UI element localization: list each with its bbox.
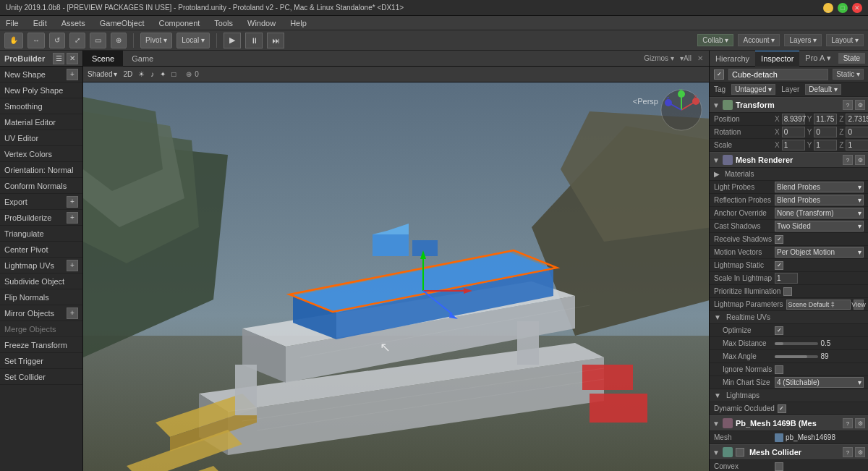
all-btn[interactable]: ▾All <box>680 54 692 62</box>
dynamic-occluded-checkbox[interactable] <box>778 404 786 413</box>
mesh-renderer-settings-btn[interactable]: ⚙ <box>855 155 865 165</box>
2d-toggle[interactable]: 2D <box>123 70 132 78</box>
pb-probuilderize-add[interactable]: + <box>67 212 78 224</box>
pb-new-shape-add[interactable]: + <box>67 69 78 80</box>
pause-button[interactable]: ⏸ <box>245 33 263 48</box>
menu-tools[interactable]: Tools <box>211 17 236 29</box>
menu-help[interactable]: Help <box>287 17 310 29</box>
pb-item-conform-normals[interactable]: Conform Normals <box>0 178 82 194</box>
rot-x[interactable]: 0 <box>782 127 805 137</box>
pb-item-probuilderize[interactable]: ProBuilderize + <box>0 210 82 226</box>
reflection-probes-dropdown[interactable]: Blend Probes ▾ <box>775 195 864 205</box>
rot-z[interactable]: 0 <box>846 127 868 137</box>
tab-inspector[interactable]: Inspector <box>755 51 799 67</box>
tab-hierarchy[interactable]: Hierarchy <box>710 51 755 67</box>
prioritize-illum-checkbox[interactable] <box>783 287 792 296</box>
convex-checkbox[interactable] <box>775 462 783 471</box>
scale-y[interactable]: 1 <box>814 140 837 150</box>
tab-scene[interactable]: Scene <box>83 51 123 67</box>
next-button[interactable]: ⏭ <box>267 33 284 48</box>
nav-gizmo[interactable]: X Y Z <box>660 88 703 133</box>
light-probes-dropdown[interactable]: Blend Probes ▾ <box>775 182 864 192</box>
transform-tool[interactable]: ⊕ <box>111 33 127 48</box>
menu-file[interactable]: File <box>3 17 22 29</box>
menu-assets[interactable]: Assets <box>59 17 88 29</box>
pb-item-export[interactable]: Export + <box>0 194 82 210</box>
layer-dropdown[interactable]: Default ▾ <box>805 84 841 95</box>
pb-item-subdivide[interactable]: Subdivide Object <box>0 273 82 289</box>
pb-lightmap-add[interactable]: + <box>67 260 78 271</box>
max-angle-slider[interactable] <box>775 355 818 358</box>
menu-window[interactable]: Window <box>244 17 278 29</box>
audio-btn[interactable]: ♪ <box>150 70 154 78</box>
pb-item-lightmap-uvs[interactable]: Lightmap UVs + <box>0 258 82 273</box>
obj-name-field[interactable]: Cube-detach <box>728 69 828 80</box>
lighting-btn[interactable]: ☀ <box>138 70 145 78</box>
pb-menu-button[interactable]: ☰ <box>53 53 64 64</box>
anchor-override-dropdown[interactable]: None (Transform) ▾ <box>775 208 864 218</box>
pb-close-button[interactable]: ✕ <box>67 53 78 64</box>
receive-shadows-checkbox[interactable] <box>775 235 783 244</box>
pb-item-vertex-colors[interactable]: Vertex Colors <box>0 146 82 162</box>
pb-item-mirror-objects[interactable]: Mirror Objects + <box>0 305 82 321</box>
transform-help-btn[interactable]: ? <box>843 100 853 110</box>
lightmap-params-dropdown[interactable]: Scene Default ‡ <box>786 300 851 310</box>
mesh-renderer-help-btn[interactable]: ? <box>843 155 853 165</box>
play-button[interactable]: ▶ <box>224 33 241 48</box>
cast-shadows-dropdown[interactable]: Two Sided ▾ <box>775 221 864 232</box>
transform-header[interactable]: ▼ Transform ? ⚙ <box>710 97 868 113</box>
pb-item-flip-normals[interactable]: Flip Normals <box>0 289 82 305</box>
tag-dropdown[interactable]: Untagged ▾ <box>731 84 775 95</box>
minimize-button[interactable]: _ <box>823 3 833 13</box>
menu-component[interactable]: Component <box>156 17 203 29</box>
pb-item-set-collider[interactable]: Set Collider <box>0 369 82 385</box>
mesh-renderer-header[interactable]: ▼ Mesh Renderer ? ⚙ <box>710 152 868 168</box>
ignore-normals-checkbox[interactable] <box>775 365 783 374</box>
pb-mesh-header[interactable]: ▼ Pb_Mesh 1469B (Mes ? ⚙ <box>710 415 868 431</box>
resolution-btn[interactable]: □ <box>171 70 176 78</box>
optimize-checkbox[interactable] <box>775 326 783 335</box>
gizmos-btn[interactable]: Gizmos ▾ <box>644 54 674 62</box>
persp-label[interactable]: <Persp <box>633 97 658 106</box>
motion-vectors-dropdown[interactable]: Per Object Motion ▾ <box>775 247 864 258</box>
pb-item-new-shape[interactable]: New Shape + <box>0 67 82 82</box>
layers-button[interactable]: Layers ▾ <box>784 34 822 46</box>
scale-lightmap-val[interactable]: 1 <box>775 273 798 284</box>
collab-button[interactable]: Collab ▾ <box>697 34 733 46</box>
scale-x[interactable]: 1 <box>782 140 805 150</box>
pb-mesh-help-btn[interactable]: ? <box>843 418 853 428</box>
pb-mesh-settings-btn[interactable]: ⚙ <box>855 418 865 428</box>
mesh-collider-settings-btn[interactable]: ⚙ <box>855 447 865 457</box>
mesh-collider-help-btn[interactable]: ? <box>843 447 853 457</box>
pb-item-center-pivot[interactable]: Center Pivot <box>0 242 82 258</box>
scale-tool[interactable]: ⤢ <box>69 33 85 48</box>
scale-z[interactable]: 1 <box>846 140 868 150</box>
pb-item-orientation[interactable]: Orientation: Normal <box>0 162 82 178</box>
menu-edit[interactable]: Edit <box>30 17 50 29</box>
pb-item-smoothing[interactable]: Smoothing <box>0 98 82 114</box>
pb-item-uv-editor[interactable]: UV Editor <box>0 130 82 146</box>
obj-active-checkbox[interactable] <box>714 69 724 80</box>
pb-item-new-poly[interactable]: New Poly Shape <box>0 82 82 98</box>
tab-pro-a[interactable]: Pro A ▾ <box>799 51 836 67</box>
shading-dropdown[interactable]: Shaded ▾ <box>88 70 117 78</box>
scene-canvas[interactable]: X Y Z <Persp ↖ <box>83 82 709 471</box>
rotate-tool[interactable]: ↺ <box>49 33 65 48</box>
layout-button[interactable]: Layout ▾ <box>826 34 864 46</box>
local-button[interactable]: Local ▾ <box>176 33 210 48</box>
rect-tool[interactable]: ▭ <box>90 33 106 48</box>
lightmap-view-btn[interactable]: View <box>854 300 864 310</box>
menu-gameobject[interactable]: GameObject <box>97 17 148 29</box>
max-distance-slider[interactable] <box>775 342 818 345</box>
pb-item-material-editor[interactable]: Material Editor <box>0 114 82 130</box>
hand-tool[interactable]: ✋ <box>4 33 23 48</box>
pb-item-set-trigger[interactable]: Set Trigger <box>0 353 82 369</box>
mesh-collider-enabled[interactable] <box>736 448 744 457</box>
min-chart-size-dropdown[interactable]: 4 (Stitchable) ▾ <box>775 377 864 388</box>
lightmap-static-checkbox[interactable] <box>775 261 783 270</box>
viewport-close-btn[interactable]: ✕ <box>697 54 703 62</box>
account-button[interactable]: Account ▾ <box>738 34 780 46</box>
transform-settings-btn[interactable]: ⚙ <box>855 100 865 110</box>
pb-item-triangulate[interactable]: Triangulate <box>0 226 82 242</box>
fx-btn[interactable]: ✦ <box>160 70 166 78</box>
